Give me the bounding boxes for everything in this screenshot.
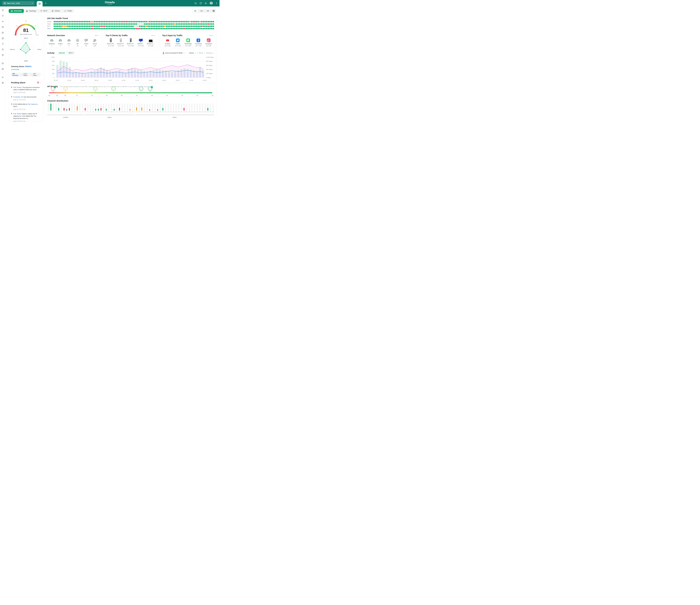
- channel-bar[interactable]: 11: [74, 103, 76, 113]
- monitoring-icon[interactable]: [1, 20, 5, 23]
- client-item[interactable]: Andre's P...11.5 GB: [126, 38, 136, 47]
- active-site-tab[interactable]: [37, 1, 43, 6]
- channel-bar[interactable]: 124: [121, 103, 123, 113]
- channel-bar[interactable]: 52: [95, 103, 97, 113]
- range-1m[interactable]: 1M: [205, 9, 210, 13]
- channel-bar[interactable]: 36: [84, 103, 86, 113]
- channel-bar[interactable]: 165: [149, 103, 151, 113]
- channel-bar[interactable]: 64: [103, 103, 105, 113]
- kebab-menu-icon[interactable]: [216, 2, 218, 4]
- network-item-switch[interactable]: Switch4: [56, 38, 65, 47]
- gear-icon[interactable]: [1, 75, 5, 79]
- channel-bar[interactable]: 48: [92, 103, 94, 113]
- refresh-icon[interactable]: [200, 2, 202, 4]
- search-icon[interactable]: [195, 2, 197, 4]
- compass-icon[interactable]: [1, 81, 5, 84]
- app-item-whatsapp[interactable]: WhatsApp22.9 GB: [183, 38, 193, 47]
- network-item-client[interactable]: Client86: [82, 38, 91, 47]
- channel-bar[interactable]: 128: [124, 103, 126, 113]
- channel-bar[interactable]: 5: [58, 103, 60, 113]
- channel-bar[interactable]: 4: [55, 103, 57, 113]
- ap-marker[interactable]: 3: [148, 87, 152, 93]
- channel-bar[interactable]: 165: [175, 103, 177, 113]
- channel-bar[interactable]: 165: [173, 103, 175, 113]
- channel-bar[interactable]: 44: [90, 103, 92, 113]
- pending-alarm-chevron-icon[interactable]: ›: [40, 81, 41, 84]
- channel-bar[interactable]: 136: [132, 103, 134, 113]
- client-item[interactable]: Jesse's P...14.6 GB: [116, 38, 126, 47]
- channel-bar[interactable]: 10: [71, 103, 73, 113]
- theme-sun-icon[interactable]: [204, 2, 207, 4]
- channel-bar[interactable]: 56: [97, 103, 99, 113]
- channel-bar[interactable]: 165: [162, 103, 164, 113]
- channel-bar[interactable]: 165: [209, 103, 211, 113]
- channel-bar[interactable]: 165: [178, 103, 180, 113]
- channel-bar[interactable]: 6: [60, 103, 62, 113]
- tab-wifi[interactable]: Wi-Fi: [38, 9, 49, 13]
- activity-tab-internet[interactable]: Internet: [57, 51, 67, 54]
- tab-overview[interactable]: Overview: [9, 9, 24, 13]
- channel-bar[interactable]: 8: [66, 103, 68, 113]
- network-item-gateway[interactable]: Gateway1: [47, 38, 56, 47]
- channel-bar[interactable]: 165: [146, 103, 148, 113]
- channel-bar[interactable]: 165: [151, 103, 153, 113]
- channel-bar[interactable]: 165: [204, 103, 206, 113]
- calendar-icon[interactable]: [211, 10, 216, 12]
- new-tab-button[interactable]: +: [44, 2, 47, 5]
- ap-marker[interactable]: [139, 87, 143, 93]
- network-item-ap[interactable]: AP10: [73, 38, 82, 47]
- alarm-device-link[interactable]: PoE Switch: [13, 113, 22, 115]
- channel-bar[interactable]: 12: [76, 103, 78, 113]
- activity-tab-wifi[interactable]: Wi-Fi: [67, 51, 75, 54]
- network-overview-more-link[interactable]: More›: [95, 34, 99, 37]
- channel-bar[interactable]: 112: [113, 103, 115, 113]
- channel-bar[interactable]: 9: [68, 103, 70, 113]
- document-icon[interactable]: [1, 48, 5, 51]
- channel-bar[interactable]: 7: [63, 103, 65, 113]
- avatar[interactable]: [209, 2, 213, 5]
- site-pin-icon[interactable]: [1, 14, 5, 18]
- journal-icon[interactable]: [1, 53, 5, 57]
- channel-bar[interactable]: 2: [50, 103, 52, 113]
- map-book-icon[interactable]: [1, 62, 5, 65]
- lightbulb-icon[interactable]: [1, 42, 5, 46]
- client-item[interactable]: John's Ph...15.4 GB: [106, 38, 116, 47]
- network-item-olt[interactable]: OLT4: [65, 38, 73, 47]
- app-item-facebook[interactable]: Facebook18.7 GB: [193, 38, 203, 47]
- channel-bar[interactable]: 153: [138, 103, 140, 113]
- top-apps-more-link[interactable]: More›: [209, 34, 214, 37]
- channel-bar[interactable]: 60: [100, 103, 102, 113]
- channel-bar[interactable]: 165: [165, 103, 167, 113]
- channel-bar[interactable]: 165: [196, 103, 198, 113]
- tab-traffic[interactable]: Traffic: [62, 9, 74, 13]
- channel-bar[interactable]: 100: [105, 103, 107, 113]
- channel-bar[interactable]: 136: [129, 103, 131, 113]
- buildings-icon[interactable]: [1, 37, 5, 40]
- play-circle-icon[interactable]: [1, 31, 5, 34]
- pie-chart-icon[interactable]: [1, 25, 5, 29]
- channel-bar[interactable]: 149: [135, 103, 138, 113]
- channel-bar[interactable]: 165: [201, 103, 204, 113]
- channel-bar[interactable]: 104: [108, 103, 110, 113]
- channel-bar[interactable]: 165: [170, 103, 172, 113]
- app-item-youtube[interactable]: Youtube46.6 GB: [162, 38, 173, 47]
- channel-bar[interactable]: 165: [194, 103, 196, 113]
- channel-bar[interactable]: 165: [157, 103, 159, 113]
- range-1w[interactable]: 1W: [199, 9, 204, 13]
- client-item[interactable]: Andre's...10.3 GB: [136, 38, 146, 47]
- legend-internet-activity[interactable]: Internet Activity(70.6GB): [165, 52, 182, 54]
- channel-bar[interactable]: 165: [188, 103, 191, 113]
- gateway-name-link[interactable]: ER8411: [25, 66, 31, 68]
- channel-bar[interactable]: 40: [87, 103, 89, 113]
- range-1d[interactable]: 1D: [192, 9, 198, 13]
- alarm-device-link[interactable]: Computer_01: [13, 96, 23, 98]
- briefcase-icon[interactable]: [1, 67, 5, 71]
- ap-marker[interactable]: [93, 87, 97, 93]
- channel-bar[interactable]: 108: [110, 103, 112, 113]
- channel-bar[interactable]: 165: [183, 103, 185, 113]
- channel-bar[interactable]: 165: [207, 103, 209, 113]
- alarm-device-link[interactable]: PoE Switch: [28, 103, 36, 105]
- app-item-twitter[interactable]: Twitter33.2 GB: [173, 38, 183, 47]
- ap-marker[interactable]: 2: [51, 87, 55, 93]
- channel-bar[interactable]: 157: [141, 103, 143, 113]
